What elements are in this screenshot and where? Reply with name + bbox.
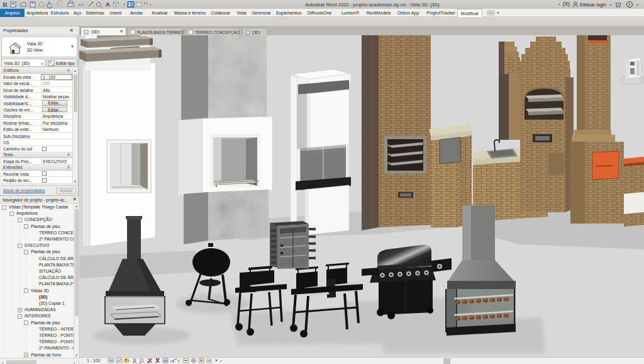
svg-text:Efetuar login: Efetuar login bbox=[580, 2, 606, 8]
svg-text:R: R bbox=[3, 1, 8, 8]
svg-text:‹: ‹ bbox=[220, 358, 222, 364]
svg-text:?: ? bbox=[628, 2, 631, 8]
